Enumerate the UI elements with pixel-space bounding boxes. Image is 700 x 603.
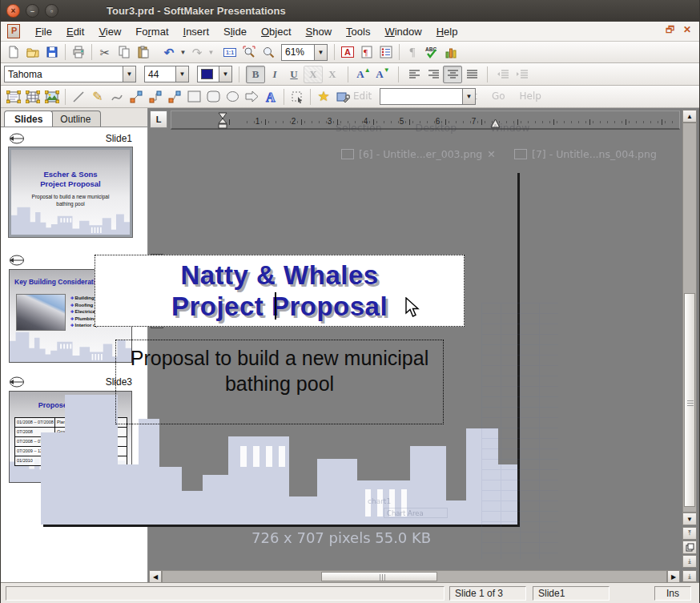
tab-type-button[interactable]: L (150, 111, 167, 128)
undo-dropdown-icon[interactable]: ▼ (179, 43, 187, 61)
menu-item[interactable]: View (91, 23, 128, 40)
font-size-combobox[interactable]: 44▼ (144, 66, 189, 82)
font-color-picker[interactable]: ▼ (197, 66, 232, 82)
zoom-selection-icon[interactable] (239, 43, 259, 61)
cut-icon[interactable]: ✂ (95, 43, 115, 61)
autoshape-icon[interactable] (242, 88, 261, 106)
zoom-combo-arrow-icon[interactable]: ▼ (314, 45, 327, 60)
menu-item[interactable]: File (28, 23, 59, 40)
bullets-numbering-icon[interactable] (376, 43, 396, 61)
scroll-down-button[interactable]: ▼ (682, 513, 697, 525)
rounded-rectangle-icon[interactable] (203, 88, 223, 106)
goto-slide-button[interactable] (682, 541, 697, 554)
window-close-button[interactable]: × (6, 4, 20, 18)
tab-outline[interactable]: Outline (50, 111, 101, 127)
next-slide-button[interactable]: ⤓ (682, 555, 697, 568)
bold-button[interactable]: B (246, 66, 265, 83)
scroll-right-button[interactable]: ▶ (667, 570, 680, 583)
menu-item[interactable]: Window (377, 23, 428, 40)
grow-font-icon[interactable]: A▲ (354, 66, 373, 83)
table-frame-icon[interactable] (23, 88, 42, 106)
print-icon[interactable] (69, 43, 88, 61)
text-frame-icon[interactable] (4, 88, 23, 106)
font-name-combobox[interactable]: Tahoma▼ (4, 66, 136, 82)
color-combo-arrow-icon[interactable]: ▼ (219, 66, 231, 82)
menu-item[interactable]: Insert (176, 23, 217, 40)
redo-dropdown-icon[interactable]: ▼ (207, 43, 215, 61)
right-indent-marker-icon[interactable] (490, 119, 501, 128)
horizontal-scrollbar-track[interactable] (162, 570, 667, 583)
corner-nav-button[interactable]: ⤓ (682, 570, 697, 582)
promote-icon[interactable] (513, 66, 532, 83)
transition-icon[interactable] (9, 255, 25, 266)
restore-document-icon[interactable]: 🗗 (666, 24, 675, 35)
slide-canvas[interactable]: 726 x 707 pixels 55.0 KB chart1 Chart Ar… (41, 171, 517, 525)
strike2-button[interactable]: X (323, 66, 342, 83)
menu-item[interactable]: Format (128, 23, 175, 40)
menu-item[interactable]: Object (254, 23, 299, 40)
vertical-scrollbar-thumb[interactable] (684, 293, 695, 507)
spellcheck-icon[interactable]: ABC (422, 43, 441, 61)
app-document-icon[interactable] (7, 24, 20, 38)
new-document-icon[interactable] (4, 43, 23, 61)
connector-curve-icon[interactable] (165, 88, 184, 106)
zoom-original-icon[interactable]: 1:1 (220, 43, 239, 61)
redo-icon[interactable]: ↷ (187, 43, 207, 61)
size-combo-arrow-icon[interactable]: ▼ (175, 66, 188, 82)
demote-icon[interactable] (493, 66, 513, 83)
align-center-icon[interactable] (443, 66, 462, 83)
font-combo-arrow-icon[interactable]: ▼ (123, 66, 135, 82)
tab-slides[interactable]: Slides (4, 111, 53, 127)
character-format-icon[interactable]: A (338, 43, 357, 61)
transition-icon[interactable] (9, 376, 25, 388)
indent-marker-icon[interactable] (218, 112, 227, 129)
freehand-icon[interactable]: ✎ (88, 88, 107, 106)
previous-slide-button[interactable]: ⤒ (682, 527, 697, 540)
textart-icon[interactable]: A (261, 88, 280, 106)
object-combo-arrow-icon[interactable]: ▼ (462, 89, 475, 104)
justify-icon[interactable] (462, 66, 481, 83)
scroll-up-button[interactable]: ▲ (682, 110, 697, 123)
strike-button[interactable]: X (304, 66, 323, 83)
save-icon[interactable] (42, 43, 62, 61)
menu-item[interactable]: Slide (216, 23, 254, 40)
formatting-marks-icon[interactable]: ¶ (403, 43, 422, 61)
horizontal-scrollbar-thumb[interactable] (321, 572, 437, 581)
scroll-left-button[interactable]: ◀ (149, 570, 162, 583)
paragraph-format-icon[interactable]: ¶ (357, 43, 376, 61)
image-frame-icon[interactable] (42, 88, 62, 106)
line-icon[interactable] (69, 88, 88, 106)
connector-elbow-icon[interactable] (146, 88, 165, 106)
close-document-icon[interactable]: ✕ (683, 24, 691, 35)
undo-icon[interactable]: ↶ (159, 43, 179, 61)
menu-item[interactable]: Help (429, 23, 465, 40)
menu-item[interactable]: Show (299, 23, 340, 40)
ellipse-icon[interactable] (223, 88, 242, 106)
paste-icon[interactable] (134, 43, 153, 61)
align-left-icon[interactable] (404, 66, 424, 83)
subtitle-text-frame[interactable]: Proposal to build a new municipal bathin… (115, 340, 444, 424)
connector-line-icon[interactable] (127, 88, 146, 106)
curve-icon[interactable] (107, 88, 127, 106)
select-objects-icon[interactable] (288, 88, 307, 106)
align-right-icon[interactable] (424, 66, 443, 83)
open-folder-icon[interactable] (23, 43, 42, 61)
object-toolbar-combobox[interactable]: ▼ (380, 88, 476, 105)
object-properties-icon[interactable] (333, 88, 352, 106)
underline-button[interactable]: U (284, 66, 304, 83)
zoom-icon[interactable] (259, 43, 278, 61)
chart-icon[interactable] (441, 43, 461, 61)
menu-item[interactable]: Tools (339, 23, 377, 40)
italic-button[interactable]: I (265, 66, 284, 83)
rectangle-icon[interactable] (184, 88, 203, 106)
zoom-level-combobox[interactable]: 61%▼ (281, 44, 328, 61)
window-minimize-button[interactable]: – (26, 4, 39, 18)
transition-icon[interactable] (9, 133, 25, 144)
copy-icon[interactable] (115, 43, 134, 61)
vertical-scrollbar-track[interactable] (682, 123, 697, 513)
autoshape-gallery-icon[interactable]: ★ (314, 88, 333, 106)
window-maximize-button[interactable]: ▫ (45, 4, 58, 18)
menu-item[interactable]: Edit (59, 23, 91, 40)
text-caret (275, 292, 276, 320)
shrink-font-icon[interactable]: A▼ (373, 66, 392, 83)
